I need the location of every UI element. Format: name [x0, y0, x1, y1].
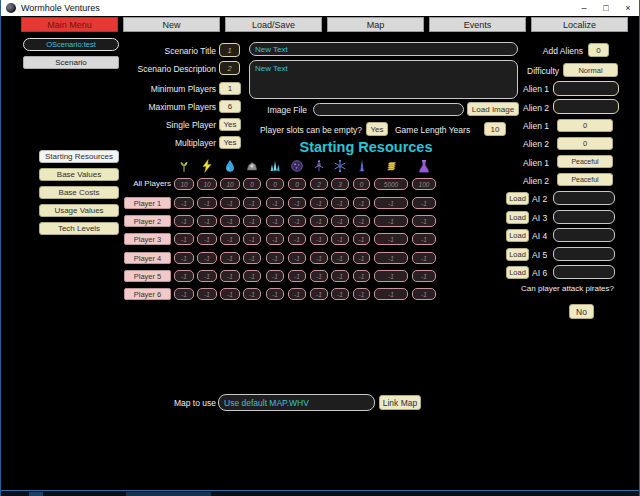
player-3-cell[interactable]: -1 — [331, 233, 349, 245]
player-row-button-1[interactable]: Player 1 — [124, 197, 171, 209]
player-2-cell[interactable]: -1 — [197, 215, 217, 227]
player-5-cell[interactable]: -1 — [310, 270, 328, 282]
load-ai-4-button[interactable]: Load — [506, 229, 529, 242]
ai-5-input[interactable] — [553, 247, 615, 261]
all-players-cell[interactable]: 0 — [266, 178, 284, 190]
player-3-cell[interactable]: -1 — [412, 233, 436, 245]
minimum-players-field[interactable]: 1 — [219, 82, 241, 95]
sidebar-item-base-costs[interactable]: Base Costs — [39, 186, 119, 199]
all-players-cell[interactable]: 0 — [353, 178, 370, 190]
player-1-cell[interactable]: -1 — [288, 197, 306, 209]
menu-map[interactable]: Map — [327, 17, 424, 32]
all-players-cell[interactable]: 10 — [174, 178, 194, 190]
add-aliens-field[interactable]: 0 — [588, 43, 609, 57]
player-6-cell[interactable]: -1 — [288, 288, 306, 300]
load-ai-2-button[interactable]: Load — [506, 192, 529, 205]
load-ai-6-button[interactable]: Load — [506, 266, 529, 279]
player-4-cell[interactable]: -1 — [353, 252, 370, 264]
link-map-button[interactable]: Link Map — [379, 395, 421, 410]
player-1-cell[interactable]: -1 — [197, 197, 217, 209]
player-2-cell[interactable]: -1 — [374, 215, 408, 227]
menu-main-menu[interactable]: Main Menu — [21, 17, 118, 32]
player-6-cell[interactable]: -1 — [243, 288, 261, 300]
player-6-cell[interactable]: -1 — [310, 288, 328, 300]
player-3-cell[interactable]: -1 — [353, 233, 370, 245]
player-2-cell[interactable]: -1 — [243, 215, 261, 227]
image-file-input[interactable] — [313, 103, 464, 116]
player-2-cell[interactable]: -1 — [331, 215, 349, 227]
player-2-cell[interactable]: -1 — [353, 215, 370, 227]
player-row-button-2[interactable]: Player 2 — [124, 215, 171, 227]
player-row-button-3[interactable]: Player 3 — [124, 233, 171, 245]
sidebar-item-usage-values[interactable]: Usage Values — [39, 204, 119, 217]
player-3-cell[interactable]: -1 — [310, 233, 328, 245]
ai-4-input[interactable] — [553, 228, 615, 242]
scenario-title-index-field[interactable]: 1 — [219, 43, 240, 57]
menu-events[interactable]: Events — [429, 17, 526, 32]
player-2-cell[interactable]: -1 — [174, 215, 194, 227]
player-5-cell[interactable]: -1 — [174, 270, 194, 282]
all-players-cell[interactable]: 5000 — [374, 178, 408, 190]
pirates-toggle[interactable]: No — [569, 304, 594, 319]
player-2-cell[interactable]: -1 — [288, 215, 306, 227]
player-6-cell[interactable]: -1 — [174, 288, 194, 300]
maximize-button[interactable]: □ — [595, 0, 617, 16]
player-5-cell[interactable]: -1 — [266, 270, 284, 282]
player-5-cell[interactable]: -1 — [243, 270, 261, 282]
player-4-cell[interactable]: -1 — [174, 252, 194, 264]
player-3-cell[interactable]: -1 — [374, 233, 408, 245]
player-3-cell[interactable]: -1 — [174, 233, 194, 245]
player-3-cell[interactable]: -1 — [220, 233, 240, 245]
taskbar[interactable] — [1, 490, 639, 496]
player-1-cell[interactable]: -1 — [174, 197, 194, 209]
player-6-cell[interactable]: -1 — [266, 288, 284, 300]
player-row-button-6[interactable]: Player 6 — [124, 288, 171, 300]
multiplayer-toggle[interactable]: Yes — [219, 136, 241, 149]
scenario-description-index-field[interactable]: 2 — [219, 61, 240, 75]
player-6-cell[interactable]: -1 — [374, 288, 408, 300]
alien1-count-button[interactable]: 0 — [557, 119, 613, 132]
player-1-cell[interactable]: -1 — [412, 197, 436, 209]
player-1-cell[interactable]: -1 — [331, 197, 349, 209]
player-3-cell[interactable]: -1 — [266, 233, 284, 245]
all-players-cell[interactable]: 3 — [331, 178, 349, 190]
player-3-cell[interactable]: -1 — [288, 233, 306, 245]
scenario-title-input[interactable]: New Text — [249, 42, 518, 56]
alien2-count-button[interactable]: 0 — [557, 137, 613, 150]
player-2-cell[interactable]: -1 — [310, 215, 328, 227]
player-1-cell[interactable]: -1 — [374, 197, 408, 209]
ai-2-input[interactable] — [553, 191, 615, 205]
player-6-cell[interactable]: -1 — [353, 288, 370, 300]
alien2-mood-button[interactable]: Peaceful — [557, 173, 613, 186]
player-1-cell[interactable]: -1 — [310, 197, 328, 209]
player-4-cell[interactable]: -1 — [331, 252, 349, 264]
load-ai-3-button[interactable]: Load — [506, 211, 529, 224]
player-4-cell[interactable]: -1 — [266, 252, 284, 264]
alien1-mood-button[interactable]: Peaceful — [557, 155, 613, 168]
alien2-name-input[interactable] — [553, 99, 619, 114]
player-5-cell[interactable]: -1 — [374, 270, 408, 282]
player-4-cell[interactable]: -1 — [197, 252, 217, 264]
player-5-cell[interactable]: -1 — [220, 270, 240, 282]
player-4-cell[interactable]: -1 — [412, 252, 436, 264]
all-players-cell[interactable]: 10 — [197, 178, 217, 190]
player-3-cell[interactable]: -1 — [243, 233, 261, 245]
player-6-cell[interactable]: -1 — [197, 288, 217, 300]
player-1-cell[interactable]: -1 — [243, 197, 261, 209]
all-players-cell[interactable]: 100 — [412, 178, 436, 190]
alien1-name-input[interactable] — [553, 81, 619, 96]
player-5-cell[interactable]: -1 — [288, 270, 306, 282]
player-4-cell[interactable]: -1 — [310, 252, 328, 264]
player-5-cell[interactable]: -1 — [331, 270, 349, 282]
player-slots-toggle[interactable]: Yes — [366, 122, 388, 136]
player-5-cell[interactable]: -1 — [197, 270, 217, 282]
close-button[interactable]: × — [617, 0, 639, 16]
player-6-cell[interactable]: -1 — [220, 288, 240, 300]
player-row-button-5[interactable]: Player 5 — [124, 270, 171, 282]
player-4-cell[interactable]: -1 — [288, 252, 306, 264]
player-5-cell[interactable]: -1 — [412, 270, 436, 282]
player-2-cell[interactable]: -1 — [412, 215, 436, 227]
player-1-cell[interactable]: -1 — [266, 197, 284, 209]
player-2-cell[interactable]: -1 — [220, 215, 240, 227]
menu-load-save[interactable]: Load/Save — [225, 17, 322, 32]
